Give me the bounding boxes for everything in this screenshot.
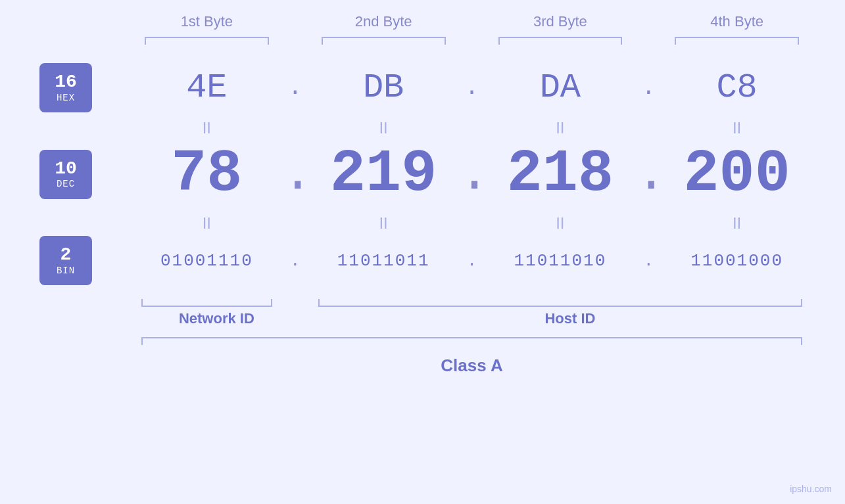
bin-row: 2 BIN 01001110 . 11011011 . 11011010 . 1… [33, 236, 812, 285]
eq-2-1: II [132, 214, 282, 233]
eq-2-4: II [662, 214, 812, 233]
main-container: 1st Byte 2nd Byte 3rd Byte 4th Byte 16 H… [0, 0, 845, 504]
dec-values: 78 . 219 . 218 . 200 [132, 141, 812, 208]
bin-values: 01001110 . 11011011 . 11011010 . 1100100… [132, 251, 812, 271]
dec-val-3: 218 [485, 141, 636, 208]
hex-badge-number: 16 [55, 72, 77, 93]
eq-1-2: II [308, 119, 459, 137]
bottom-brackets [33, 294, 812, 307]
top-brackets [33, 37, 812, 50]
class-a-label: Class A [132, 355, 812, 376]
segment-labels: Network ID Host ID [33, 310, 812, 327]
hex-val-3: DA [485, 68, 636, 107]
eq-2-2: II [308, 214, 459, 233]
hex-values: 4E . DB . DA . C8 [132, 68, 812, 107]
dec-val-4: 200 [662, 141, 812, 208]
bin-val-2: 11011011 [308, 251, 459, 271]
dot-hex-2: . [459, 74, 485, 101]
eq-1-4: II [662, 119, 812, 137]
class-bracket [132, 337, 812, 350]
dot-bin-3: . [635, 251, 662, 271]
host-bracket-start [315, 294, 452, 307]
bracket-2 [315, 37, 452, 50]
bin-badge-number: 2 [60, 245, 72, 265]
equals-row-2: II II II II [33, 214, 812, 233]
dec-badge-number: 10 [55, 159, 77, 179]
eq-2-3: II [485, 214, 636, 233]
eq-1-3: II [485, 119, 636, 137]
hex-badge-cell: 16 HEX [33, 63, 132, 112]
eq-1-1: II [132, 119, 282, 137]
hex-badge: 16 HEX [39, 63, 92, 112]
dec-badge-label: DEC [57, 179, 75, 189]
network-id-label: Network ID [138, 310, 295, 327]
host-bracket-end [668, 294, 806, 307]
dec-val-1: 78 [132, 141, 282, 208]
bin-val-4: 11001000 [662, 251, 812, 271]
host-bracket-mid [492, 294, 629, 307]
bracket-1 [138, 37, 276, 50]
class-bracket-container: Class A [33, 337, 812, 376]
dot-hex-3: . [635, 74, 662, 101]
hex-badge-label: HEX [57, 93, 75, 103]
bin-val-3: 11011010 [485, 251, 636, 271]
dot-dec-3: . [635, 145, 662, 204]
dec-val-2: 219 [308, 141, 459, 208]
byte-header-3: 3rd Byte [485, 13, 636, 30]
hex-row: 16 HEX 4E . DB . DA . C8 [33, 63, 812, 112]
byte-header-2: 2nd Byte [308, 13, 459, 30]
dot-hex-1: . [282, 74, 308, 101]
byte-header-1: 1st Byte [132, 13, 282, 30]
host-id-label: Host ID [335, 310, 806, 327]
bracket-3 [492, 37, 629, 50]
dot-bin-2: . [459, 251, 485, 271]
hex-val-4: C8 [662, 68, 812, 107]
network-bracket [138, 294, 276, 307]
bin-badge-label: BIN [57, 265, 75, 276]
dot-bin-1: . [282, 251, 308, 271]
bin-val-1: 01001110 [132, 251, 282, 271]
bracket-4 [668, 37, 806, 50]
dot-dec-1: . [282, 145, 308, 204]
bin-badge-cell: 2 BIN [33, 236, 132, 285]
hex-val-1: 4E [132, 68, 282, 107]
watermark: ipshu.com [790, 484, 832, 494]
bin-badge: 2 BIN [39, 236, 92, 285]
byte-header-4: 4th Byte [662, 13, 812, 30]
hex-val-2: DB [308, 68, 459, 107]
equals-row-1: II II II II [33, 119, 812, 137]
dec-row: 10 DEC 78 . 219 . 218 . 200 [33, 141, 812, 208]
byte-headers: 1st Byte 2nd Byte 3rd Byte 4th Byte [33, 13, 812, 30]
dec-badge-cell: 10 DEC [33, 150, 132, 199]
dot-dec-2: . [459, 145, 485, 204]
dec-badge: 10 DEC [39, 150, 92, 199]
